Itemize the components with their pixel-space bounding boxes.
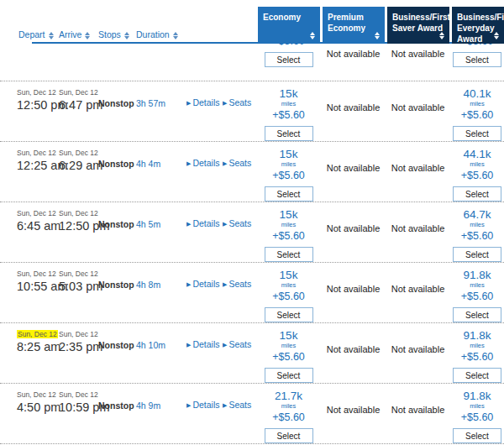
select-button[interactable]: Select — [453, 368, 501, 383]
fare-cell: Not available — [386, 323, 450, 383]
arrive-time: 2:35 pm — [59, 340, 98, 353]
miles-unit-label: miles — [256, 281, 321, 289]
depart-cell: Sun, Dec 1212:50 pm — [17, 81, 59, 141]
seats-link-label: Seats — [228, 218, 251, 228]
fare-header-economy[interactable]: Economy — [258, 7, 320, 44]
flight-rows: miles+$5.60SelectNot availableNot availa… — [0, 44, 504, 444]
fare-cell: Not available — [386, 142, 450, 202]
select-button[interactable]: Select — [265, 126, 313, 141]
row-left-pad — [0, 142, 17, 202]
results-header: Depart Arrive Stops Duration Economy Pre… — [0, 0, 504, 44]
row-left-pad — [0, 323, 17, 383]
fare-cell: 91.8kmiles+$5.60Select — [450, 263, 504, 322]
fare-cell: Not available — [386, 384, 450, 443]
taxes-fee: +$5.60 — [450, 290, 504, 303]
fare-cell: Not available — [386, 202, 450, 262]
select-button[interactable]: Select — [453, 428, 501, 443]
fare-offer: 40.1kmiles+$5.60Select — [450, 81, 504, 141]
seats-link[interactable]: ▶Seats — [219, 323, 256, 383]
seats-link[interactable]: ▶Seats — [219, 81, 256, 141]
select-button[interactable]: Select — [265, 307, 313, 322]
seats-arrow-icon: ▶ — [223, 281, 227, 287]
not-available-label: Not available — [386, 163, 450, 173]
fare-offer: miles+$5.60Select — [256, 44, 321, 67]
fare-header-business-everyday[interactable]: Business/First Everyday Award — [452, 7, 504, 44]
fare-header-business-saver[interactable]: Business/First Saver Award — [387, 7, 449, 44]
sort-icon — [439, 32, 444, 39]
select-button[interactable]: Select — [265, 186, 313, 202]
not-available-label: Not available — [386, 49, 450, 59]
not-available-label: Not available — [386, 284, 450, 294]
arrive-cell: Sun, Dec 126:29 am — [59, 142, 98, 202]
details-link[interactable]: ▶Details — [183, 202, 219, 262]
arrive-date: Sun, Dec 12 — [59, 330, 98, 338]
fare-cell: Not available — [386, 81, 450, 141]
details-link[interactable]: ▶Details — [183, 142, 219, 202]
fare-cell: Not available — [321, 81, 386, 141]
select-button[interactable]: Select — [265, 247, 313, 262]
seats-link-label: Seats — [228, 279, 251, 289]
miles-value: 44.1k — [450, 148, 504, 160]
taxes-fee: +$5.60 — [256, 411, 321, 424]
arrive-cell: Sun, Dec 1212:50 pm — [59, 202, 98, 262]
select-button[interactable]: Select — [265, 52, 313, 67]
select-button[interactable]: Select — [453, 247, 501, 262]
fare-cell: 15kmiles+$5.60Select — [256, 81, 321, 141]
stops-cell: Nonstop — [98, 142, 136, 202]
sort-icon — [494, 32, 499, 39]
select-button[interactable]: Select — [265, 428, 313, 443]
row-left-pad — [0, 81, 17, 141]
fare-cell: miles+$5.60Select — [256, 44, 321, 81]
miles-unit-label: miles — [450, 281, 504, 289]
miles-unit-label: miles — [450, 342, 504, 349]
sort-icon — [310, 32, 315, 39]
fare-offer: 15kmiles+$5.60Select — [256, 202, 321, 262]
details-link[interactable]: ▶Details — [183, 384, 219, 443]
arrive-date: Sun, Dec 12 — [59, 390, 98, 399]
duration-cell: 4h 5m — [136, 202, 183, 262]
not-available-label: Not available — [321, 284, 386, 294]
select-button[interactable]: Select — [265, 368, 313, 383]
seats-link[interactable]: ▶Seats — [219, 202, 256, 262]
not-available-label: Not available — [321, 223, 386, 233]
sort-header-label: Depart — [18, 29, 45, 39]
details-link[interactable]: ▶Details — [183, 263, 219, 322]
sort-header-depart[interactable]: Depart — [18, 29, 54, 39]
select-button[interactable]: Select — [453, 52, 501, 67]
arrive-time: 6:29 am — [59, 159, 98, 172]
details-link[interactable]: ▶Details — [183, 81, 219, 141]
miles-unit-label: miles — [256, 221, 321, 228]
sort-icon — [375, 32, 380, 39]
details-link-label: Details — [192, 279, 219, 289]
arrive-time: 6:47 pm — [59, 98, 98, 112]
seats-link-label: Seats — [228, 339, 251, 349]
flight-row-partial: miles+$5.60SelectNot availableNot availa… — [0, 44, 504, 81]
fare-cell: miles+$5.60Select — [450, 44, 504, 81]
fare-offer: 15kmiles+$5.60Select — [256, 323, 321, 383]
select-button[interactable]: Select — [453, 126, 501, 141]
fare-header-premium-economy[interactable]: Premium Economy — [323, 7, 385, 44]
depart-cell: Sun, Dec 1212:25 am — [17, 142, 59, 202]
sort-header-stops[interactable]: Stops — [98, 29, 129, 39]
select-button[interactable]: Select — [453, 307, 501, 322]
details-link-label: Details — [192, 339, 219, 349]
fare-cell: Not available — [321, 44, 386, 81]
details-arrow-icon: ▶ — [186, 160, 191, 166]
details-link[interactable]: ▶Details — [183, 323, 219, 383]
spacer-cell — [183, 44, 219, 81]
select-button[interactable]: Select — [453, 186, 501, 202]
seats-arrow-icon: ▶ — [223, 221, 227, 227]
sort-header-arrive[interactable]: Arrive — [59, 29, 90, 39]
row-left-pad — [0, 263, 17, 322]
flight-row: Sun, Dec 1212:25 amSun, Dec 126:29 amNon… — [0, 142, 504, 202]
fare-offer: 91.8kmiles+$5.60Select — [450, 263, 504, 322]
seats-link[interactable]: ▶Seats — [219, 263, 256, 322]
seats-link[interactable]: ▶Seats — [219, 142, 256, 202]
sort-icon — [85, 32, 90, 39]
seats-link[interactable]: ▶Seats — [219, 384, 256, 443]
sort-header-duration[interactable]: Duration — [136, 29, 178, 39]
taxes-fee: +$5.60 — [256, 290, 321, 303]
arrive-date: Sun, Dec 12 — [59, 209, 98, 217]
depart-cell: Sun, Dec 128:25 am — [17, 323, 59, 383]
fare-header-label: Economy — [263, 13, 301, 22]
